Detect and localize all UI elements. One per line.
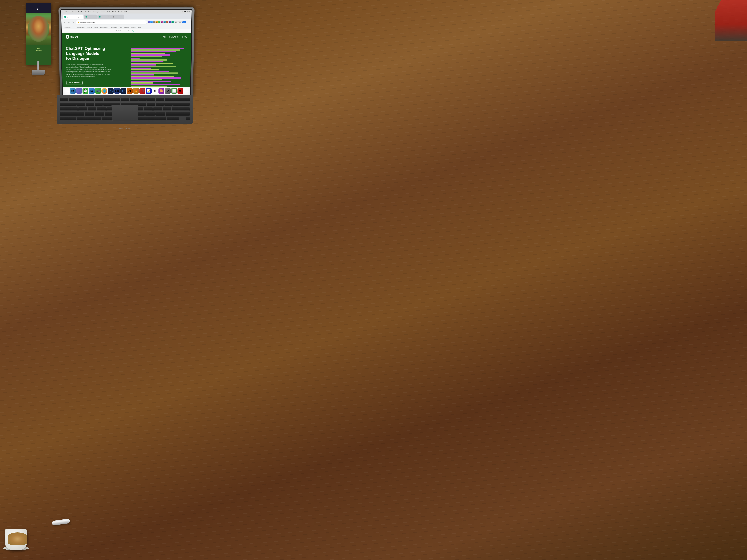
bookmark-beex[interactable]: Beex Project [110,26,118,28]
key[interactable] [112,98,121,101]
ext-hippo[interactable]: H [148,21,150,24]
key[interactable] [95,98,103,101]
nav-blog[interactable]: BLOG [182,36,187,38]
openai-logo[interactable]: ⊕ OpenAI [66,35,78,39]
ext-prod[interactable]: P [169,21,171,24]
key-cmd-r[interactable] [150,117,166,120]
bookmark-toolbase[interactable]: Toolbase [130,26,136,28]
address-bar[interactable]: 🔒 openai.com/blog/chatgpt/ [76,20,147,24]
menubar-scheda[interactable]: Scheda [112,11,116,12]
key-cmd-l[interactable] [85,117,101,120]
bookmark-doumer[interactable]: 📄 Doumer Creat... [74,26,85,28]
ext-chat[interactable]: C [171,21,174,24]
url-text[interactable]: openai.com/blog/chatgpt/ [80,21,95,23]
dock-rush[interactable]: Ru [114,88,120,94]
dock-figma[interactable]: 🎨 [158,88,164,94]
key[interactable] [77,103,85,106]
key-opt-r[interactable] [166,117,175,120]
bookmark-mention[interactable]: Mention [124,26,130,28]
menubar-preferiti[interactable]: Preferiti [101,11,105,12]
menubar-finestra[interactable]: Finestra [118,11,123,12]
menubar-cronologia[interactable]: Cronologia [93,11,99,12]
key-shift-l[interactable] [60,112,84,115]
key[interactable] [95,103,103,106]
key[interactable] [130,98,138,101]
bookmark-udemy[interactable]: Udemy [93,26,99,28]
bookmark-tools[interactable]: Tools [119,26,123,28]
tab-chat1[interactable]: Chat ✕ [84,15,97,19]
tab-chat2[interactable]: Chat ✕ [98,15,111,19]
trackpad[interactable] [112,105,138,121]
key[interactable] [162,107,172,110]
extensions-button[interactable]: ⋮ [187,21,190,24]
key[interactable] [121,98,129,101]
ext-capt[interactable]: C [163,21,166,24]
menubar-profili[interactable]: Profili [107,11,110,12]
dock-launchpad[interactable]: ⊞ [76,88,82,94]
key[interactable] [147,98,155,101]
tab-close-chat2[interactable]: ✕ [107,16,109,18]
key[interactable] [164,103,173,106]
key[interactable] [78,107,87,110]
key[interactable] [103,103,111,106]
key[interactable] [155,112,165,115]
key[interactable] [69,98,77,101]
key[interactable] [85,112,94,115]
key[interactable] [138,98,147,101]
ext-crea[interactable]: C [161,21,163,24]
key[interactable] [156,103,164,106]
ext-elem[interactable]: E [150,21,152,24]
reload-button[interactable]: ↻ [71,20,75,24]
key[interactable] [86,103,94,106]
key[interactable] [144,107,153,110]
key[interactable] [164,98,173,101]
key[interactable] [145,112,155,115]
banner-secondary[interactable]: Learn more > [136,30,144,32]
bookmark-personal[interactable]: Personal [86,26,93,28]
key[interactable] [77,98,85,101]
dock-unknown1[interactable]: 🔥 [133,88,139,94]
key-delete[interactable] [173,98,190,101]
bookmark-everyday[interactable]: Everyday To... [63,26,72,28]
dock-lrcc[interactable]: Lr [120,88,126,94]
menubar-aiuto[interactable]: Aiuto [124,11,127,12]
menubar-chrome[interactable]: Chrome [66,11,70,12]
key-left[interactable] [175,117,179,120]
menubar-archivio[interactable]: Archivio [72,11,77,12]
dock-ps[interactable]: PS [108,88,113,94]
dock-mail[interactable]: ✉ [89,88,95,94]
banner-cta[interactable]: Try ↗ [132,30,135,32]
back-button[interactable]: ← [63,20,67,24]
ext-emil[interactable]: E [166,21,168,24]
key[interactable] [147,103,155,106]
dock-trash[interactable]: 🗑 [177,88,183,94]
apple-menu[interactable]:  [62,11,63,12]
dock-chrome[interactable]: 🌐 [101,88,107,94]
forward-button[interactable]: → [67,20,71,24]
key-fn[interactable] [60,117,68,120]
dock-finder[interactable]: 🗂 [70,88,76,94]
dock-unknown5[interactable]: 📊 [171,88,177,94]
key[interactable] [95,112,104,115]
key-opt[interactable] [77,117,85,120]
dock-messages[interactable]: 💬 [82,88,88,94]
nav-api[interactable]: API [163,36,166,38]
key[interactable] [153,107,162,110]
key[interactable] [138,103,146,106]
dock-notion[interactable]: N [152,88,158,94]
key[interactable] [97,107,106,110]
key-shift-r[interactable] [165,112,190,115]
key[interactable] [60,98,68,101]
dock-unknown4[interactable]: ⚙ [165,88,171,94]
tab-close-chat1[interactable]: ✕ [94,16,96,18]
bookmark-notion[interactable]: Notion [137,26,142,28]
key[interactable] [156,98,164,101]
ext-foto[interactable]: F [155,21,158,24]
nav-research[interactable]: RESEARCH [169,36,179,38]
key[interactable] [104,98,112,101]
key-right[interactable] [186,117,190,120]
ext-even[interactable]: E [158,21,160,24]
dock-ai[interactable]: Ai [127,88,133,94]
try-chatgpt-button[interactable]: TRY CHATGPT > [66,81,82,85]
new-tab-button[interactable]: + [125,15,128,19]
